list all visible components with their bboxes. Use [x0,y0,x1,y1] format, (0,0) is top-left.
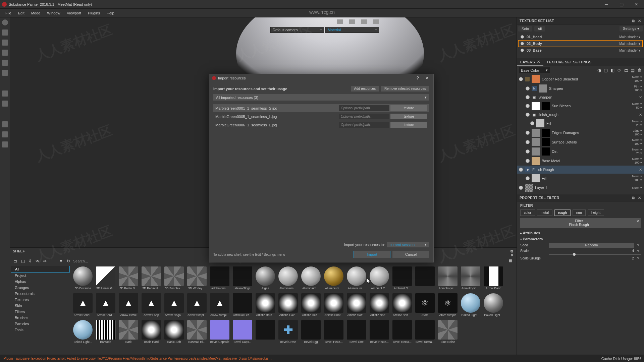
shelf-item[interactable]: Barcode [95,320,117,346]
menu-edit[interactable]: Edit [15,10,28,16]
settings-button[interactable]: Settings ▾ [620,26,643,32]
resource-prefix-input[interactable]: Optional prefix/path... [339,114,389,119]
shelf-item[interactable]: ▲ Arrow Bord... [95,293,117,319]
close-icon[interactable]: ✕ [639,113,642,117]
eraser-tool-icon[interactable] [2,29,8,36]
shelf-item[interactable]: Artistic Print... [323,293,345,319]
clone-tool-icon[interactable] [2,70,8,76]
menu-help[interactable]: Help [103,10,118,16]
shelf-item[interactable] [254,320,276,346]
hide-icon[interactable]: 👁 [35,258,40,264]
shelf-category[interactable]: Tools [11,327,70,333]
channel-tab-color[interactable]: color [520,209,535,216]
camera-dropdown[interactable]: Default camera ▾ [270,27,324,33]
shelf-item[interactable]: Anisotropic ... [437,266,459,293]
shelf-item[interactable]: Basmati Ri... [186,320,208,346]
layer-blend-opacity[interactable]: Norm ▾75 ▾ [632,148,642,155]
edit-icon[interactable]: ✎ [636,243,641,247]
fill-tool-icon[interactable] [2,50,8,56]
tab-layers[interactable]: LAYERS ✕ [517,58,543,66]
resource-row[interactable]: MarbleGreen0001_1_seamless_S.jpg Optiona… [213,104,429,112]
shelf-item[interactable]: Bevel Line [345,320,368,346]
visibility-icon[interactable] [519,168,523,172]
add-folder-icon[interactable]: 🗀 [623,68,629,73]
channel-tab-metal[interactable]: metal [537,209,552,216]
layer-blend-opacity[interactable]: Norm ▾ [632,186,642,190]
shelf-item[interactable]: Ambient O... [368,266,390,293]
visibility-icon[interactable] [521,49,524,52]
shelf-item[interactable]: alexav3logc [231,266,254,293]
visibility-icon[interactable] [519,186,523,190]
scale-value[interactable]: 4 [624,249,634,253]
shelf-item[interactable]: 3D Perlin N... [140,266,162,293]
layer-blend-opacity[interactable]: Pthr ▾100 ▾ [634,85,642,92]
new-icon[interactable]: ▢ [20,258,25,264]
solo-button[interactable]: Solo [518,26,532,32]
add-smart-icon[interactable]: ⟳ [616,68,622,73]
viewport-cube-icon[interactable] [349,19,355,24]
texture-set-row[interactable]: 02_Body Main shader ▾ [518,40,643,47]
shelf-item[interactable]: 3D Linear G... [95,266,117,293]
add-mask-icon[interactable]: ▢ [603,68,608,73]
delete-layer-icon[interactable]: 🗑 [637,68,642,73]
filter-icon[interactable]: ▼ [58,258,64,264]
shelf-category[interactable]: Textures [11,297,70,303]
shelf-category[interactable]: Particles [11,321,70,327]
layer-row[interactable]: ▣Sharpen✕ [517,93,644,101]
resource-prefix-input[interactable]: Optional prefix/path... [339,105,389,111]
layer-row[interactable]: Surface DetailsNorm ▾100 ▾ [517,137,644,147]
minimize-button[interactable]: ─ [599,0,614,9]
import-destination-dropdown[interactable]: current session ▾ [387,242,429,247]
close-icon[interactable]: ✕ [510,253,514,257]
attributes-section[interactable]: Attributes [520,230,641,236]
shelf-item[interactable]: ⚛ Atom [414,293,436,319]
smudge-tool-icon[interactable] [2,60,8,66]
shelf-item[interactable]: adobe-dim... [209,266,231,293]
layer-blend-opacity[interactable]: Norm ▾50 ▾ [632,102,642,110]
visibility-icon[interactable] [519,77,523,81]
material-picker-icon[interactable] [2,90,8,97]
layer-blend-opacity[interactable]: Norm ▾100 ▾ [632,157,642,165]
shelf-item[interactable]: Ambient O... [391,266,413,293]
shelf-item[interactable]: 3D Distance [72,266,94,293]
shelf-item[interactable]: Bark [117,320,140,346]
parameters-section[interactable]: Parameters [520,236,641,242]
layer-row[interactable]: Layer 1Norm ▾ [517,183,644,192]
visibility-icon[interactable] [526,131,530,135]
help-button[interactable]: ? [414,75,421,80]
layer-blend-opacity[interactable]: Ldge ▾100 ▾ [633,129,642,136]
resource-prefix-input[interactable]: Optional prefix/path... [339,122,389,128]
shelf-item[interactable]: ▲ Arrow Bend... [72,293,94,319]
layer-row[interactable]: DirtNorm ▾75 ▾ [517,147,644,156]
shelf-item[interactable]: 3D Simplex ... [163,266,185,293]
shelf-item[interactable]: ▲ Arrow Simpl... [186,293,208,319]
visibility-icon[interactable] [521,42,524,45]
layer-blend-opacity[interactable]: Norm ▾100 ▾ [632,75,642,83]
resources-filter-dropdown[interactable]: All imported resources (3) ▾ [213,94,429,101]
close-icon[interactable]: ✕ [537,60,540,64]
shelf-item[interactable]: Bevel Recta... [368,320,390,346]
undock-icon[interactable]: ⧉ [510,249,514,253]
viewport-camera-icon[interactable] [361,19,367,24]
shelf-item[interactable]: Artistic Soft ... [345,293,368,319]
shelf-item[interactable]: Anisotropic ... [460,266,482,293]
shelf-item[interactable]: Artificial Lea... [231,293,254,319]
visibility-icon[interactable] [521,35,524,39]
add-layer-icon[interactable]: ▤ [630,68,635,73]
resource-type-dropdown[interactable]: texture [390,122,427,128]
refresh-icon[interactable]: ↻ [66,258,71,264]
export-icon[interactable]: ⇨ [42,258,48,264]
menu-window[interactable]: Window [44,10,63,16]
shelf-item[interactable]: ▲ Arrow Simpl... [209,293,231,319]
shelf-grid[interactable]: 3D Distance 3D Linear G... 3D Perlin N..… [70,265,517,356]
shelf-item[interactable]: Basic Soft [163,320,185,346]
close-icon[interactable]: ✕ [637,196,641,200]
add-resources-button[interactable]: Add resources [351,86,379,92]
scale-slider[interactable] [549,254,641,255]
shelf-category[interactable]: Alphas [11,279,70,285]
edit-icon[interactable]: ✎ [636,256,641,260]
all-button[interactable]: All [534,26,545,32]
shelf-item[interactable]: Bevel Capsule [209,320,231,346]
layer-row[interactable]: ▣finish_rough✕ [517,111,644,119]
texture-set-row[interactable]: 01_Head Main shader ▾ [518,34,643,40]
